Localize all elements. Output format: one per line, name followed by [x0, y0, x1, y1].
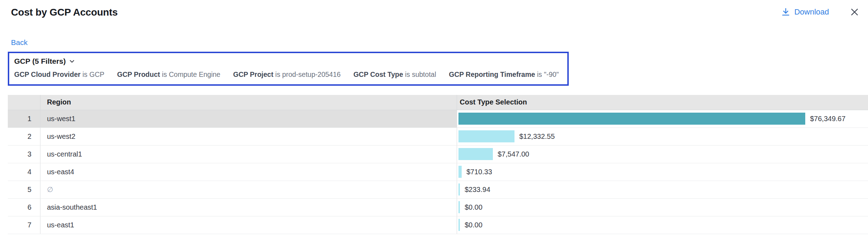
cost-bar [458, 130, 514, 142]
table-row[interactable]: 7 us-east1 $0.00 [8, 216, 868, 234]
table-row[interactable]: 1 us-west1 $76,349.67 [8, 110, 868, 128]
filter-condition: is "-90" [535, 70, 559, 78]
filter-condition: is Compute Engine [160, 70, 220, 78]
cost-cell: $76,349.67 [457, 110, 868, 128]
cost-table: Region Cost Type Selection 1 us-west1 $7… [8, 95, 868, 234]
download-icon [781, 7, 790, 17]
filter-item[interactable]: GCP Cost Type is subtotal [354, 70, 436, 79]
filter-item[interactable]: GCP Product is Compute Engine [117, 70, 220, 79]
chevron-down-icon [69, 58, 75, 64]
region-cell: asia-southeast1 [40, 198, 457, 216]
close-icon [850, 7, 859, 17]
region-cell: us-west2 [40, 128, 457, 145]
cost-bar [458, 113, 805, 125]
cost-bar [458, 148, 493, 160]
cost-bar-wrap: $76,349.67 [457, 113, 868, 125]
column-header-index [8, 95, 40, 110]
filter-condition: is prod-setup-205416 [273, 70, 341, 78]
cost-bar-wrap: $233.94 [457, 183, 868, 196]
cost-value: $76,349.67 [810, 115, 846, 123]
filter-list: GCP Cloud Provider is GCP GCP Product is… [14, 70, 559, 79]
region-cell: us-east1 [40, 216, 457, 234]
cost-value: $0.00 [465, 221, 483, 229]
filter-item[interactable]: GCP Reporting Timeframe is "-90" [449, 70, 559, 79]
column-header-cost-type-selection[interactable]: Cost Type Selection [457, 95, 868, 110]
cost-bar-wrap: $0.00 [457, 201, 868, 213]
table-row[interactable]: 3 us-central1 $7,547.00 [8, 145, 868, 163]
cost-cell: $7,547.00 [457, 145, 868, 163]
column-header-region[interactable]: Region [40, 95, 457, 110]
row-index: 5 [8, 181, 40, 198]
filter-group: GCP (5 Filters) GCP Cloud Provider is GC… [8, 52, 569, 86]
download-label: Download [794, 7, 829, 17]
cost-bar [458, 183, 460, 196]
table-row[interactable]: 6 asia-southeast1 $0.00 [8, 198, 868, 216]
cost-cell: $0.00 [457, 198, 868, 216]
table-row[interactable]: 5 ∅ $233.94 [8, 181, 868, 198]
cost-value: $0.00 [465, 203, 483, 211]
filter-condition: is GCP [80, 70, 104, 78]
region-cell: us-west1 [40, 110, 457, 128]
cost-bar-wrap: $7,547.00 [457, 148, 868, 160]
cost-cell: $0.00 [457, 216, 868, 234]
cost-bar-wrap: $710.33 [457, 166, 868, 178]
cost-bar-wrap: $0.00 [457, 219, 868, 231]
cost-bar [458, 166, 462, 178]
cost-value: $12,332.55 [519, 132, 555, 141]
filter-field: GCP Project [233, 70, 273, 78]
filter-summary-label: GCP (5 Filters) [14, 57, 66, 66]
close-button[interactable] [850, 7, 859, 17]
filter-condition: is subtotal [403, 70, 436, 78]
cost-value: $7,547.00 [498, 150, 529, 158]
header-actions: Download [781, 7, 859, 17]
cost-value: $233.94 [465, 186, 490, 194]
panel-header: Cost by GCP Accounts Download [0, 0, 868, 18]
cost-cell: $710.33 [457, 163, 868, 181]
cost-cell: $233.94 [457, 181, 868, 198]
download-button[interactable]: Download [781, 7, 829, 17]
cost-bar [458, 201, 460, 213]
row-index: 1 [8, 110, 40, 128]
filter-item[interactable]: GCP Cloud Provider is GCP [14, 70, 104, 79]
region-cell: us-central1 [40, 145, 457, 163]
region-cell: us-east4 [40, 163, 457, 181]
row-index: 7 [8, 216, 40, 234]
filter-field: GCP Cloud Provider [14, 70, 80, 78]
table-header-row: Region Cost Type Selection [8, 95, 868, 110]
filter-item[interactable]: GCP Project is prod-setup-205416 [233, 70, 340, 79]
filter-field: GCP Reporting Timeframe [449, 70, 535, 78]
page-title: Cost by GCP Accounts [11, 6, 118, 18]
cost-by-gcp-accounts-panel: Cost by GCP Accounts Download Back GCP (… [0, 0, 868, 234]
back-link[interactable]: Back [11, 38, 28, 47]
row-index: 6 [8, 198, 40, 216]
cost-bar [458, 219, 460, 231]
filter-field: GCP Product [117, 70, 160, 78]
row-index: 3 [8, 145, 40, 163]
region-cell: ∅ [40, 181, 457, 198]
filter-summary-toggle[interactable]: GCP (5 Filters) [14, 57, 75, 66]
cost-value: $710.33 [467, 168, 492, 176]
cost-cell: $12,332.55 [457, 128, 868, 145]
row-index: 2 [8, 128, 40, 145]
cost-bar-wrap: $12,332.55 [457, 130, 868, 142]
table-row[interactable]: 4 us-east4 $710.33 [8, 163, 868, 181]
row-index: 4 [8, 163, 40, 181]
filter-field: GCP Cost Type [354, 70, 403, 78]
table-row[interactable]: 2 us-west2 $12,332.55 [8, 128, 868, 145]
